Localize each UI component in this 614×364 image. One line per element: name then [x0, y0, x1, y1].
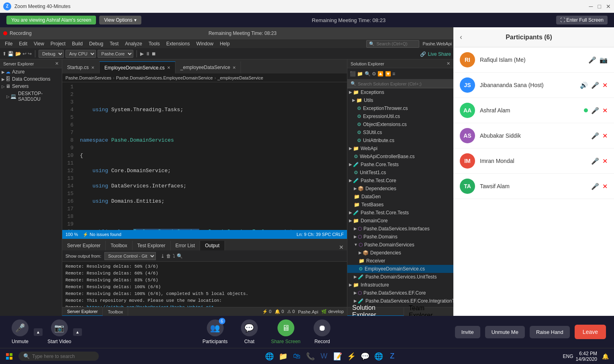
sol-item-receiver[interactable]: 📁Receiver	[347, 257, 453, 265]
sol-item-datagen[interactable]: 📁DataGen	[347, 193, 453, 201]
debug-dropdown[interactable]: Debug	[39, 50, 64, 58]
sol-item-ds-deps[interactable]: ▶📦Dependencies	[347, 249, 453, 257]
sol-item-test-deps[interactable]: ▶📦Dependencies	[347, 185, 453, 193]
taskbar-notification[interactable]: 🔔	[600, 351, 611, 362]
output-find[interactable]: 🔍	[177, 253, 183, 259]
bottom-tab-server-explorer[interactable]: Server Explorer	[62, 307, 103, 316]
taskbar-search-input[interactable]	[32, 354, 94, 359]
code-content[interactable]: using System.Threading.Tasks; namespace …	[77, 82, 347, 230]
taskbar-zoom[interactable]: Z	[387, 351, 398, 362]
cpu-dropdown[interactable]: Any CPU	[65, 50, 96, 58]
tab-employee-domain-service[interactable]: EmployeeDomainService.cs ✕	[100, 61, 175, 73]
sol-item-pashe-testcore-tests[interactable]: ▶🧪Pashe.Test.Core.Tests	[347, 209, 453, 217]
output-wrap[interactable]: ⤵	[173, 253, 175, 259]
menu-project[interactable]: Project	[47, 39, 69, 48]
sol-close-icon[interactable]: ✕	[447, 61, 450, 66]
sol-item-domains[interactable]: ▶⬡Pashe.Domains	[347, 233, 453, 241]
project-dropdown[interactable]: Pashe.Core	[98, 50, 133, 58]
sol-tab-solution-explorer[interactable]: Solution Explorer	[347, 307, 404, 316]
sol-item-unittest1[interactable]: ⚙UnitTest1.cs	[347, 169, 453, 177]
sol-item-infrastructure[interactable]: ▶📁Infrastructure	[347, 281, 453, 289]
menu-help[interactable]: Help	[216, 39, 233, 48]
taskbar-word[interactable]: W	[318, 351, 330, 362]
menu-extensions[interactable]: Extensions	[163, 39, 193, 48]
view-options-button[interactable]: View Options ▾	[99, 16, 141, 24]
menu-debug[interactable]: Debug	[86, 39, 106, 48]
video-chevron[interactable]: ▲	[73, 328, 82, 336]
sol-item-webapi-controller-base[interactable]: ⚙WebApiControllerBase.cs	[347, 153, 453, 161]
sol-item-utils[interactable]: ▶📁Utils	[347, 96, 453, 104]
unmute-chevron[interactable]: ▲	[34, 328, 43, 336]
tab-test-explorer[interactable]: Test Explorer	[133, 241, 171, 250]
bottom-tab-toolbox[interactable]: Toolbox	[103, 307, 128, 316]
fullscreen-button[interactable]: ⛶ Enter Full Screen	[556, 16, 608, 24]
sol-item-expressionutil[interactable]: ⚙ExpressionUtil.cs	[347, 112, 453, 120]
chat-button[interactable]: 💬 Chat	[237, 319, 261, 344]
minimize-button[interactable]: ─	[589, 3, 593, 10]
menu-analyze[interactable]: Analyze	[122, 39, 145, 48]
unmute-button[interactable]: 🎤 Unmute	[8, 319, 32, 344]
menu-edit[interactable]: Edit	[16, 39, 31, 48]
sol-item-employee-domain-service[interactable]: ⚙EmployeeDomainService.cs	[347, 265, 453, 273]
sol-tree[interactable]: ▶📁Exceptions ▶📁Utils ⚙ExceptionThrower.c…	[347, 88, 453, 307]
output-scroll-end[interactable]: ⤓	[161, 253, 165, 259]
leave-button[interactable]: Leave	[575, 325, 606, 339]
menu-tools[interactable]: Tools	[145, 39, 163, 48]
tab-error-list[interactable]: Error List	[171, 241, 200, 250]
sol-item-pashe-test-core[interactable]: ▶🧪Pashe.Test.Core	[347, 177, 453, 185]
sol-item-exceptionthrower[interactable]: ⚙ExceptionThrower.cs	[347, 104, 453, 112]
maximize-button[interactable]: □	[598, 3, 601, 10]
sol-item-exceptions[interactable]: ▶📁Exceptions	[347, 88, 453, 96]
taskbar-skype[interactable]: 📞	[305, 351, 316, 362]
search-bar[interactable]: 🔍	[18, 352, 99, 361]
sol-item-pashe-core-tests[interactable]: ▶🧪Pashe.Core.Tests	[347, 161, 453, 169]
sol-item-webapi-group[interactable]: ▶📁WebApi	[347, 144, 453, 153]
sol-item-ds-unittests[interactable]: ▶🧪Pashe.DomainServices.UnitTests	[347, 273, 453, 281]
code-editor[interactable]: 1 2 3 4 5 6 7 8 9 10 11 12 13 14	[62, 82, 347, 230]
tab-employee-data-service[interactable]: _employeeDataService ✕	[175, 61, 241, 73]
tab-output[interactable]: Output	[200, 241, 224, 250]
sol-item-testbases[interactable]: 📁TestBases	[347, 201, 453, 209]
sol-item-ef-core[interactable]: ▶⬡Pashe.DataServices.EF.Core	[347, 289, 453, 297]
unmute-me-button[interactable]: Unmute Me	[485, 326, 525, 338]
taskbar-store[interactable]: 🛍	[291, 351, 302, 362]
taskbar-whatsapp[interactable]: 💬	[359, 351, 371, 362]
output-close[interactable]: ✕	[339, 244, 344, 250]
live-share[interactable]: 🔗 Live Share	[420, 50, 451, 57]
tab-server-explorer[interactable]: Server Explorer	[62, 241, 106, 250]
close-button[interactable]: ✕	[606, 3, 611, 10]
tree-item-desktop[interactable]: ▷ 💻 DESKTOP-SA3D1OU	[0, 90, 62, 103]
sol-item-objectextensions[interactable]: ⚙ObjectExtensions.cs	[347, 120, 453, 128]
start-video-button[interactable]: 📷 Start Video	[47, 319, 71, 344]
output-source-dropdown[interactable]: Source Control - Git	[104, 252, 156, 260]
sol-tab-team-explorer[interactable]: Team Explorer	[404, 307, 453, 316]
sol-search-input[interactable]	[358, 81, 450, 86]
search-input[interactable]	[376, 41, 416, 46]
search-box[interactable]: 🔍	[366, 40, 419, 48]
sol-item-ef-core-integration[interactable]: ▶🧪Pashe.DataServices.EF.Core.Integration…	[347, 297, 453, 305]
menu-test[interactable]: Test	[106, 39, 122, 48]
participants-button[interactable]: 👥 6 Participants	[202, 319, 228, 344]
sol-item-uniattribute[interactable]: ⚙UniAttribute.cs	[347, 136, 453, 144]
tab-data-service-close[interactable]: ✕	[233, 65, 236, 70]
record-button[interactable]: ⏺ Record	[310, 319, 334, 344]
start-button[interactable]	[3, 350, 15, 362]
tab-toolbox[interactable]: Toolbox	[106, 241, 132, 250]
taskbar-explorer[interactable]: 📁	[277, 351, 289, 362]
sol-item-dataservices[interactable]: ▶⬡Pashe.DataServices.Interfaces	[347, 225, 453, 233]
menu-file[interactable]: File	[2, 39, 16, 48]
collapse-participants-button[interactable]: ‹	[460, 33, 462, 41]
menu-build[interactable]: Build	[69, 39, 86, 48]
taskbar-notes[interactable]: 📝	[332, 351, 343, 362]
taskbar-vscode[interactable]: ⚡	[346, 351, 357, 362]
tree-item-servers[interactable]: ▷ 🖥 Servers	[0, 83, 62, 90]
tree-item-azure[interactable]: ▶ ☁ Azure	[0, 68, 62, 75]
invite-button[interactable]: Invite	[455, 326, 480, 338]
menu-window[interactable]: Window	[193, 39, 217, 48]
explorer-close-icon[interactable]: ✕	[55, 61, 59, 66]
share-screen-button[interactable]: 🖥 Share Screen	[271, 319, 300, 344]
output-content[interactable]: Remote: Resolving deltas: 50% (3/6) Remo…	[62, 262, 347, 307]
taskbar-ie[interactable]: 🌐	[264, 351, 275, 362]
tab-startup-close[interactable]: ✕	[91, 65, 94, 70]
tree-item-data-connections[interactable]: ▶ 🗄 Data Connections	[0, 75, 62, 83]
